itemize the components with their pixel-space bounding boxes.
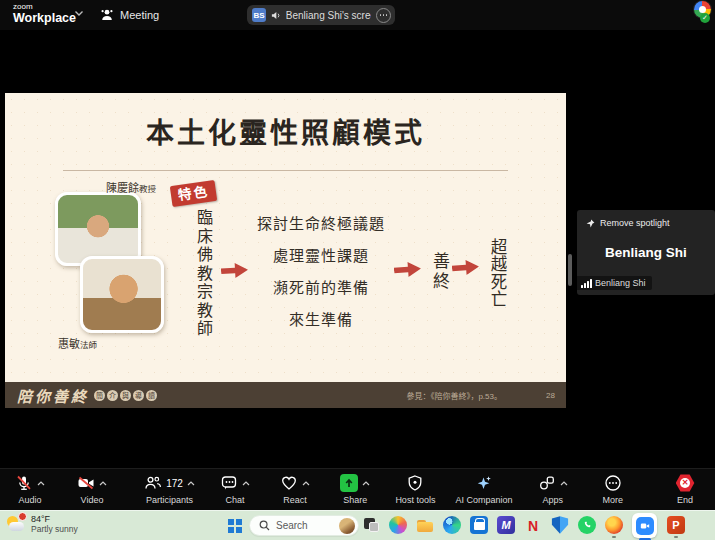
share-screen-icon [340,474,358,492]
more-label: More [603,495,624,505]
windows-security-button[interactable] [551,513,569,539]
apps-label: Apps [542,495,563,505]
share-options-button[interactable] [376,8,391,23]
folder-icon [416,516,434,534]
react-button[interactable]: React [275,474,315,505]
defender-shield-icon [551,516,569,534]
speaker-icon [271,10,281,21]
slide-title: 本土化靈性照顧模式 [5,111,566,151]
zoom-app-icon [636,517,654,535]
edge-icon [443,516,461,534]
microsoft-store-button[interactable] [470,513,488,539]
professor-title: 教授 [139,184,156,194]
participant-name-tag: Benliang Shi [577,276,652,290]
more-button[interactable]: More [593,474,633,505]
video-button[interactable]: Video [72,474,112,505]
chat-icon [220,474,238,492]
title-divider [63,170,508,171]
reference-text: 參見：《陪你善終》，p.53。 [406,390,502,401]
meeting-toolbar: Audio Video 172 Participants [0,468,715,510]
apps-chevron-icon[interactable] [560,481,568,486]
end-call-icon: ✕ [676,474,695,492]
participants-button[interactable]: 172 Participants [144,474,195,505]
seal-badge: 簡 [94,390,105,401]
microsoft-365-button[interactable]: M [497,513,515,539]
participants-label: Participants [146,495,193,505]
netflix-button[interactable]: N [524,513,542,539]
screen-share-indicator[interactable]: BS Benliang Shi's screen [247,5,395,25]
ai-sparkle-icon [475,474,493,492]
share-button[interactable]: Share [335,474,375,505]
active-app-highlight [632,513,657,538]
participants-chevron-icon[interactable] [187,481,195,486]
apps-icon [538,474,556,492]
tray-check-badge-icon: ✓ [700,13,710,23]
participants-count: 172 [166,478,183,489]
apps-button[interactable]: Apps [533,474,573,505]
remove-spotlight-label: Remove spotlight [600,218,670,228]
whatsapp-button[interactable] [578,513,596,539]
host-tools-label: Host tools [395,495,435,505]
weather-widget[interactable]: 84°F Partly sunny [6,514,78,534]
brand-top-label: zoom [13,2,76,11]
edge-button[interactable] [443,513,461,539]
share-source-label: Benliang Shi's screen [286,10,371,21]
remove-spotlight-button[interactable]: Remove spotlight [586,218,670,228]
panel-scroll-handle[interactable] [568,254,572,286]
name-tag-label: Benliang Shi [595,278,646,288]
tab-meeting[interactable]: Meeting [100,5,159,25]
taskbar-search[interactable]: Search [249,515,359,536]
list-item: 處理靈性課題 [217,240,425,272]
signal-strength-icon [581,279,592,288]
microsoft-365-icon: M [497,516,515,534]
audio-button[interactable]: Audio [10,474,50,505]
shield-icon [406,474,424,492]
meeting-tab-label: Meeting [120,9,159,21]
meeting-top-bar: zoom Workplace Meeting BS Benliang Shi's… [0,0,715,30]
video-options-chevron-icon[interactable] [99,481,107,486]
end-button[interactable]: ✕ End [665,474,705,505]
professor-photo [55,192,141,266]
outcome-transcend-death: 超越死亡 [486,238,510,308]
chat-button[interactable]: Chat [215,474,255,505]
powerpoint-icon: P [667,516,685,534]
search-highlight-image[interactable] [339,518,355,534]
taskbar-icons: M N P [362,513,685,540]
page-number: 28 [546,391,555,400]
footer-seal-badges: 簡 介 與 導 讀 [94,390,157,401]
list-item: 來生準備 [217,304,425,336]
powerpoint-button[interactable]: P [667,513,685,539]
search-placeholder: Search [276,520,333,531]
slide-footer-bar: 陪你善終 簡 介 與 導 讀 參見：《陪你善終》，p.53。 28 [5,382,566,408]
monk-caption: 惠敏法師 [58,334,97,352]
audio-options-chevron-icon[interactable] [37,481,45,486]
shared-slide: 本土化靈性照顧模式 陳慶餘教授 特色 惠敏法師 臨床佛教宗教師 探討生命終極議題… [5,93,566,408]
windows-taskbar: 84°F Partly sunny Search M N [0,510,715,540]
start-button[interactable] [228,519,242,533]
monk-photo [80,256,164,333]
firefox-icon [605,516,623,534]
end-label: End [677,495,693,505]
zoom-app-button[interactable] [632,513,658,540]
task-list: 探討生命終極議題 處理靈性課題 瀕死前的準備 來生準備 [217,208,425,336]
copilot-icon [389,516,407,534]
host-tools-button[interactable]: Host tools [395,474,435,505]
list-item: 瀕死前的準備 [217,272,425,304]
react-label: React [283,495,307,505]
seal-badge: 讀 [146,390,157,401]
netflix-icon: N [524,516,542,534]
copilot-button[interactable] [389,513,407,539]
role-vertical-text: 臨床佛教宗教師 [191,209,215,339]
file-explorer-button[interactable] [416,513,434,539]
spotlight-video-tile[interactable]: Remove spotlight Benliang Shi Benliang S… [577,210,715,295]
weather-temp: 84°F [31,514,78,524]
chevron-down-icon[interactable] [74,10,84,17]
seal-badge: 導 [133,390,144,401]
ai-companion-button[interactable]: AI Companion [456,474,513,505]
react-chevron-icon[interactable] [302,481,310,486]
share-chevron-icon[interactable] [362,481,370,486]
professor-caption: 陳慶餘教授 [106,178,156,196]
task-view-button[interactable] [362,513,380,539]
firefox-button[interactable] [605,513,623,539]
chat-chevron-icon[interactable] [242,481,250,486]
